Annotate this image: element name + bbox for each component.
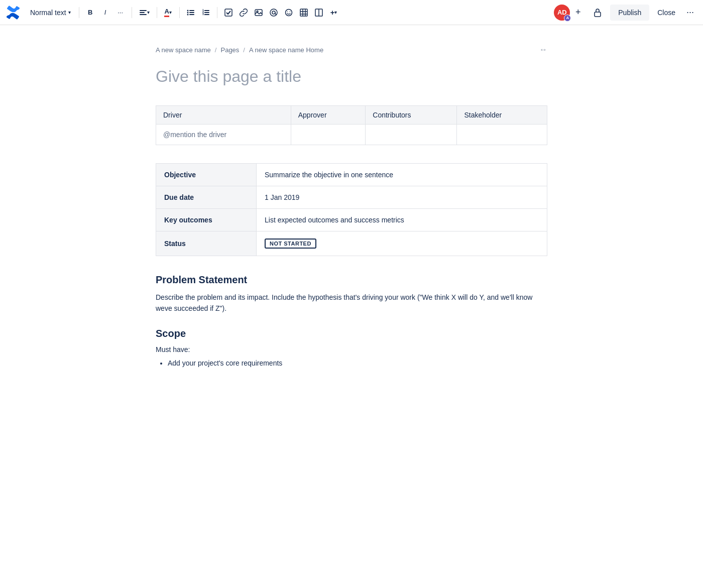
info-row-outcomes: Key outcomes List expected outcomes and … [156,208,547,231]
image-button[interactable] [252,5,266,21]
bullet-list-button[interactable] [184,5,198,21]
svg-point-19 [270,9,277,16]
font-color-button[interactable]: A ▾ [161,5,175,21]
right-group: AD A + Publish Close ··· [554,4,697,21]
breadcrumb-arrows[interactable]: ↔ [539,45,547,54]
svg-point-5 [187,12,188,13]
align-chevron-icon: ▾ [147,10,150,15]
numbered-list-button[interactable]: 1. 2. 3. [199,5,213,21]
svg-rect-15 [225,9,232,16]
daci-table: Driver Approver Contributors Stakeholder… [156,105,547,145]
problem-statement-title: Problem Statement [156,274,547,286]
daci-header-stakeholder: Stakeholder [457,105,547,124]
daci-header-driver: Driver [156,105,291,124]
daci-header-contributors: Contributors [366,105,457,124]
format-group: B I ··· [83,5,128,21]
svg-text:3.: 3. [202,13,205,16]
divider-3 [157,7,157,18]
avatar: AD A [554,5,570,21]
emoji-button[interactable] [282,5,296,21]
restrict-button[interactable] [589,4,606,21]
breadcrumb: A new space name / Pages / A new space n… [156,45,547,54]
divider-2 [132,7,132,18]
page-title[interactable]: Give this page a title [156,66,547,87]
daci-driver-cell[interactable]: @mention the driver [156,124,291,145]
svg-rect-0 [140,10,147,11]
daci-contributors-cell[interactable] [366,124,457,145]
insert-group: + ▾ [221,5,341,21]
breadcrumb-part2[interactable]: Pages [220,46,239,54]
toolbar: Normal text ▾ B I ··· ▾ A ▾ [0,0,703,25]
info-value-duedate[interactable]: 1 Jan 2019 [257,186,547,208]
svg-point-22 [289,11,290,12]
status-badge[interactable]: NOT STARTED [265,239,316,249]
daci-stakeholder-cell[interactable] [457,124,547,145]
insert-chevron-icon: ▾ [334,10,337,15]
info-value-status[interactable]: NOT STARTED [257,231,547,256]
avatar-badge: A [564,15,571,22]
breadcrumb-part3[interactable]: A new space name Home [249,46,323,54]
info-label-outcomes: Key outcomes [156,208,257,231]
info-value-objective[interactable]: Summarize the objective in one sentence [257,163,547,186]
info-row-duedate: Due date 1 Jan 2019 [156,186,547,208]
chevron-down-icon: ▾ [68,10,71,15]
layout-button[interactable] [312,5,326,21]
breadcrumb-sep1: / [215,46,217,54]
svg-point-7 [187,14,188,15]
svg-rect-14 [204,14,209,15]
link-button[interactable] [237,5,251,21]
breadcrumb-part1[interactable]: A new space name [156,46,211,54]
text-style-label: Normal text [30,9,66,17]
scope-title: Scope [156,328,547,339]
add-collaborator-button[interactable]: + [571,6,585,20]
svg-point-3 [187,10,188,11]
svg-point-18 [272,11,275,14]
info-label-objective: Objective [156,163,257,186]
svg-point-20 [285,9,292,16]
publish-button[interactable]: Publish [610,5,649,21]
more-insert-button[interactable]: + ▾ [327,5,341,21]
divider-1 [79,7,79,18]
divider-5 [217,7,217,18]
info-label-status: Status [156,231,257,256]
problem-statement-text[interactable]: Describe the problem and its impact. Inc… [156,292,547,314]
color-chevron-icon: ▾ [169,10,172,15]
svg-rect-8 [189,14,194,15]
scope-must-have-label: Must have: [156,345,547,354]
more-options-button[interactable]: ··· [683,5,697,20]
list-item[interactable]: Add your project's core requirements [168,358,547,370]
svg-rect-10 [204,10,209,11]
info-table: Objective Summarize the objective in one… [156,163,547,256]
info-row-objective: Objective Summarize the objective in one… [156,163,547,186]
breadcrumb-path: A new space name / Pages / A new space n… [156,46,323,54]
scope-list: Add your project's core requirements [168,358,547,370]
svg-rect-1 [140,12,145,13]
text-style-dropdown[interactable]: Normal text ▾ [26,5,75,21]
info-label-duedate: Due date [156,186,257,208]
confluence-logo[interactable] [6,6,20,20]
mention-button[interactable] [267,5,281,21]
svg-rect-12 [204,12,209,13]
task-button[interactable] [221,5,236,21]
daci-header-approver: Approver [291,105,366,124]
close-button[interactable]: Close [653,6,679,20]
info-row-status: Status NOT STARTED [156,231,547,256]
daci-row: @mention the driver [156,124,547,145]
table-button[interactable] [297,5,311,21]
svg-rect-6 [189,12,194,13]
more-format-button[interactable]: ··· [113,5,128,21]
svg-rect-4 [189,10,194,11]
svg-point-21 [287,11,288,12]
content-area: A new space name / Pages / A new space n… [126,25,577,410]
align-button[interactable]: ▾ [136,5,153,21]
daci-approver-cell[interactable] [291,124,366,145]
svg-rect-30 [595,12,601,17]
info-value-outcomes[interactable]: List expected outcomes and success metri… [257,208,547,231]
svg-rect-23 [300,9,307,16]
list-group: 1. 2. 3. [184,5,213,21]
bold-button[interactable]: B [83,5,97,21]
divider-4 [179,7,180,18]
italic-button[interactable]: I [98,5,112,21]
breadcrumb-sep2: / [243,46,245,54]
svg-rect-2 [140,14,147,15]
